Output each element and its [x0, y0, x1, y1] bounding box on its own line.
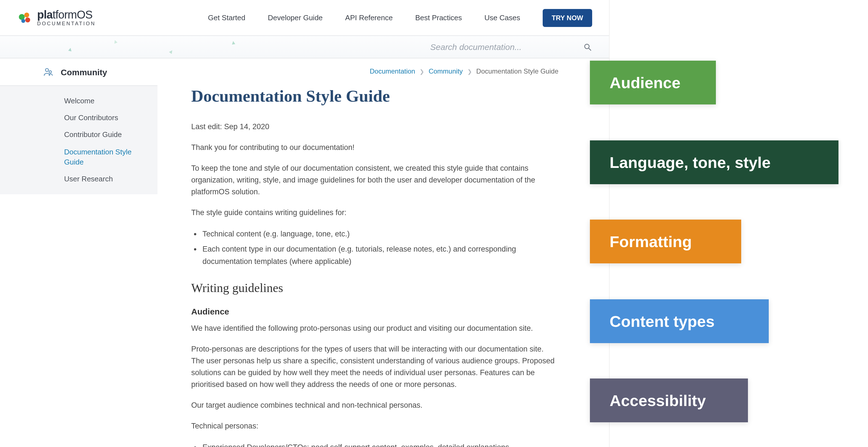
svg-point-7	[49, 71, 52, 73]
svg-line-5	[589, 48, 591, 50]
svg-point-4	[585, 44, 589, 48]
sidebar-item-welcome[interactable]: Welcome	[64, 93, 146, 109]
sidebar-section-title: Community	[61, 67, 107, 77]
callout-label: Formatting	[610, 233, 692, 251]
logo[interactable]: platformOS DOCUMENTATION	[17, 9, 96, 26]
logo-wordmark: platformOS	[37, 9, 96, 20]
callout-box: Language, tone, style	[590, 140, 838, 184]
callout-label: Audience	[610, 74, 680, 92]
purpose-paragraph: To keep the tone and style of our docume…	[191, 163, 558, 198]
crumb-current: Documentation Style Guide	[476, 67, 558, 75]
chevron-right-icon: ❯	[420, 68, 424, 74]
crumb-root[interactable]: Documentation	[370, 67, 415, 75]
heading-writing-guidelines: Writing guidelines	[191, 281, 558, 296]
technical-personas-label: Technical personas:	[191, 421, 558, 433]
try-now-button[interactable]: TRY NOW	[543, 9, 592, 27]
community-icon	[43, 66, 54, 77]
main-content: Documentation ❯ Community ❯ Documentatio…	[157, 59, 609, 447]
intro-paragraph: Thank you for contributing to our docume…	[191, 142, 558, 154]
contains-paragraph: The style guide contains writing guideli…	[191, 207, 558, 219]
page-title: Documentation Style Guide	[191, 87, 558, 106]
site-header: platformOS DOCUMENTATION Get Started Dev…	[0, 0, 609, 36]
callout-overlay: AudienceLanguage, tone, styleFormattingC…	[590, 0, 868, 447]
svg-point-6	[45, 69, 49, 72]
heading-audience: Audience	[191, 307, 558, 316]
list-item: Technical content (e.g. language, tone, …	[203, 228, 558, 240]
sidebar-section-header: Community	[0, 59, 157, 86]
page-body: Community Welcome Our Contributors Contr…	[0, 59, 609, 447]
callout-box: Content types	[590, 299, 769, 343]
chevron-right-icon: ❯	[467, 68, 472, 74]
logo-subtitle: DOCUMENTATION	[37, 21, 96, 26]
article: Documentation Style Guide Last edit: Sep…	[157, 75, 609, 447]
svg-point-2	[25, 17, 30, 22]
sidebar-item-user-research[interactable]: User Research	[64, 171, 146, 187]
callout-box: Formatting	[590, 219, 741, 263]
callout-label: Content types	[610, 312, 714, 331]
list-item: Each content type in our documentation (…	[203, 243, 558, 267]
nav-best-practices[interactable]: Best Practices	[415, 13, 462, 22]
audience-p2: Proto-personas are descriptions for the …	[191, 344, 558, 390]
search-input[interactable]	[429, 41, 575, 52]
callout-label: Accessibility	[610, 391, 706, 410]
docs-app: platformOS DOCUMENTATION Get Started Dev…	[0, 0, 610, 447]
technical-personas-list: Experienced Developers/CTOs: need self-s…	[191, 441, 558, 447]
svg-point-1	[24, 12, 29, 18]
nav-api-reference[interactable]: API Reference	[345, 13, 393, 22]
callout-box: Accessibility	[590, 378, 748, 422]
nav-use-cases[interactable]: Use Cases	[485, 13, 520, 22]
sidebar-item-our-contributors[interactable]: Our Contributors	[64, 109, 146, 126]
callout-label: Language, tone, style	[610, 153, 771, 172]
svg-point-3	[21, 19, 25, 23]
audience-p3: Our target audience combines technical a…	[191, 400, 558, 412]
sidebar-item-style-guide[interactable]: Documentation Style Guide	[64, 143, 146, 171]
search-icon[interactable]	[583, 42, 592, 51]
crumb-section[interactable]: Community	[429, 67, 463, 75]
search-bar: ▲ ▲ ▲ ▲	[0, 36, 609, 59]
sidebar-nav: Welcome Our Contributors Contributor Gui…	[0, 86, 157, 194]
sidebar: Community Welcome Our Contributors Contr…	[0, 59, 157, 447]
nav-developer-guide[interactable]: Developer Guide	[268, 13, 322, 22]
list-item: Experienced Developers/CTOs: need self-s…	[203, 441, 558, 447]
audience-p1: We have identified the following proto-p…	[191, 323, 558, 335]
contains-list: Technical content (e.g. language, tone, …	[191, 228, 558, 268]
primary-nav: Get Started Developer Guide API Referenc…	[208, 9, 592, 27]
last-edit-stamp: Last edit: Sep 14, 2020	[191, 121, 558, 133]
sidebar-item-contributor-guide[interactable]: Contributor Guide	[64, 127, 146, 143]
breadcrumb: Documentation ❯ Community ❯ Documentatio…	[157, 59, 609, 75]
nav-get-started[interactable]: Get Started	[208, 13, 245, 22]
logo-mark-icon	[17, 10, 33, 26]
